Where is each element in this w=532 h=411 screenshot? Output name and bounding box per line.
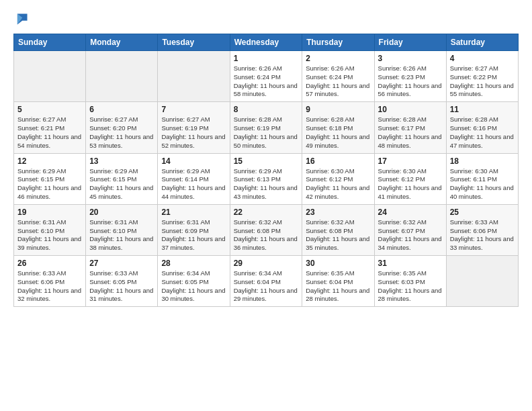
day-number: 19: [17, 208, 82, 217]
weekday-header: Sunday: [14, 34, 86, 51]
calendar-day-cell: 9Sunrise: 6:28 AMSunset: 6:18 PMDaylight…: [302, 102, 374, 153]
calendar-day-cell: 18Sunrise: 6:30 AMSunset: 6:11 PMDayligh…: [446, 153, 518, 204]
calendar-week-row: 12Sunrise: 6:29 AMSunset: 6:15 PMDayligh…: [14, 153, 519, 204]
day-number: 5: [17, 105, 82, 114]
day-number: 29: [234, 259, 299, 268]
day-info: Sunrise: 6:30 AMSunset: 6:11 PMDaylight:…: [450, 167, 515, 201]
calendar-day-cell: 19Sunrise: 6:31 AMSunset: 6:10 PMDayligh…: [14, 204, 86, 255]
calendar-day-cell: 25Sunrise: 6:33 AMSunset: 6:06 PMDayligh…: [446, 204, 518, 255]
day-number: 10: [378, 105, 443, 114]
day-info: Sunrise: 6:29 AMSunset: 6:13 PMDaylight:…: [234, 167, 299, 201]
day-number: 20: [89, 208, 154, 217]
day-info: Sunrise: 6:31 AMSunset: 6:09 PMDaylight:…: [161, 218, 226, 253]
day-info: Sunrise: 6:28 AMSunset: 6:19 PMDaylight:…: [234, 116, 299, 150]
day-number: 15: [234, 156, 299, 166]
calendar-day-cell: 20Sunrise: 6:31 AMSunset: 6:10 PMDayligh…: [86, 204, 158, 255]
day-info: Sunrise: 6:29 AMSunset: 6:15 PMDaylight:…: [17, 167, 82, 201]
day-info: Sunrise: 6:32 AMSunset: 6:08 PMDaylight:…: [234, 218, 299, 253]
day-info: Sunrise: 6:28 AMSunset: 6:16 PMDaylight:…: [450, 116, 515, 150]
day-info: Sunrise: 6:30 AMSunset: 6:12 PMDaylight:…: [306, 167, 370, 201]
day-info: Sunrise: 6:29 AMSunset: 6:14 PMDaylight:…: [161, 167, 226, 201]
weekday-header: Saturday: [446, 34, 518, 51]
day-number: 23: [306, 208, 370, 217]
logo-icon: [13, 11, 28, 26]
calendar-day-cell: 23Sunrise: 6:32 AMSunset: 6:08 PMDayligh…: [302, 204, 374, 255]
day-number: 17: [378, 156, 443, 166]
calendar-day-cell: 13Sunrise: 6:29 AMSunset: 6:15 PMDayligh…: [86, 153, 158, 204]
day-number: 7: [161, 105, 226, 114]
calendar-day-cell: 29Sunrise: 6:34 AMSunset: 6:04 PMDayligh…: [230, 256, 302, 307]
day-info: Sunrise: 6:26 AMSunset: 6:23 PMDaylight:…: [378, 64, 443, 99]
calendar-day-cell: 24Sunrise: 6:32 AMSunset: 6:07 PMDayligh…: [374, 204, 446, 255]
calendar-day-cell: 14Sunrise: 6:29 AMSunset: 6:14 PMDayligh…: [158, 153, 230, 204]
day-info: Sunrise: 6:33 AMSunset: 6:06 PMDaylight:…: [450, 218, 515, 253]
day-info: Sunrise: 6:31 AMSunset: 6:10 PMDaylight:…: [17, 218, 82, 253]
calendar-week-row: 26Sunrise: 6:33 AMSunset: 6:06 PMDayligh…: [14, 256, 519, 307]
calendar-day-cell: 31Sunrise: 6:35 AMSunset: 6:03 PMDayligh…: [374, 256, 446, 307]
weekday-header: Wednesday: [230, 34, 302, 51]
calendar-day-cell: 8Sunrise: 6:28 AMSunset: 6:19 PMDaylight…: [230, 102, 302, 153]
calendar-day-cell: 30Sunrise: 6:35 AMSunset: 6:04 PMDayligh…: [302, 256, 374, 307]
day-info: Sunrise: 6:27 AMSunset: 6:20 PMDaylight:…: [89, 116, 154, 150]
calendar-day-cell: 27Sunrise: 6:33 AMSunset: 6:05 PMDayligh…: [86, 256, 158, 307]
day-number: 30: [306, 259, 370, 268]
day-info: Sunrise: 6:26 AMSunset: 6:24 PMDaylight:…: [234, 64, 299, 99]
day-number: 31: [378, 259, 443, 268]
weekday-header: Tuesday: [158, 34, 230, 51]
calendar-day-cell: 17Sunrise: 6:30 AMSunset: 6:12 PMDayligh…: [374, 153, 446, 204]
day-info: Sunrise: 6:33 AMSunset: 6:06 PMDaylight:…: [17, 269, 82, 304]
day-number: 24: [378, 208, 443, 217]
day-info: Sunrise: 6:34 AMSunset: 6:05 PMDaylight:…: [161, 269, 226, 304]
calendar-week-row: 1Sunrise: 6:26 AMSunset: 6:24 PMDaylight…: [14, 51, 519, 102]
calendar-day-cell: 16Sunrise: 6:30 AMSunset: 6:12 PMDayligh…: [302, 153, 374, 204]
day-number: 14: [161, 156, 226, 166]
day-number: 25: [450, 208, 515, 217]
day-info: Sunrise: 6:27 AMSunset: 6:19 PMDaylight:…: [161, 116, 226, 150]
day-number: 12: [17, 156, 82, 166]
day-info: Sunrise: 6:27 AMSunset: 6:22 PMDaylight:…: [450, 64, 515, 99]
day-info: Sunrise: 6:27 AMSunset: 6:21 PMDaylight:…: [17, 116, 82, 150]
calendar-day-cell: 10Sunrise: 6:28 AMSunset: 6:17 PMDayligh…: [374, 102, 446, 153]
calendar-day-cell: 2Sunrise: 6:26 AMSunset: 6:24 PMDaylight…: [302, 51, 374, 102]
day-number: 9: [306, 105, 370, 114]
day-info: Sunrise: 6:32 AMSunset: 6:08 PMDaylight:…: [306, 218, 370, 253]
calendar-week-row: 5Sunrise: 6:27 AMSunset: 6:21 PMDaylight…: [14, 102, 519, 153]
calendar-day-cell: [446, 256, 518, 307]
day-info: Sunrise: 6:30 AMSunset: 6:12 PMDaylight:…: [378, 167, 443, 201]
day-info: Sunrise: 6:33 AMSunset: 6:05 PMDaylight:…: [89, 269, 154, 304]
calendar-day-cell: 28Sunrise: 6:34 AMSunset: 6:05 PMDayligh…: [158, 256, 230, 307]
day-info: Sunrise: 6:28 AMSunset: 6:17 PMDaylight:…: [378, 116, 443, 150]
calendar-day-cell: 21Sunrise: 6:31 AMSunset: 6:09 PMDayligh…: [158, 204, 230, 255]
calendar-day-cell: 22Sunrise: 6:32 AMSunset: 6:08 PMDayligh…: [230, 204, 302, 255]
day-number: 27: [89, 259, 154, 268]
day-info: Sunrise: 6:32 AMSunset: 6:07 PMDaylight:…: [378, 218, 443, 253]
day-number: 28: [161, 259, 226, 268]
header: [13, 12, 519, 26]
day-number: 2: [306, 54, 370, 63]
day-info: Sunrise: 6:28 AMSunset: 6:18 PMDaylight:…: [306, 116, 370, 150]
calendar-day-cell: [14, 51, 86, 102]
calendar-day-cell: 26Sunrise: 6:33 AMSunset: 6:06 PMDayligh…: [14, 256, 86, 307]
day-info: Sunrise: 6:29 AMSunset: 6:15 PMDaylight:…: [89, 167, 154, 201]
calendar-day-cell: 11Sunrise: 6:28 AMSunset: 6:16 PMDayligh…: [446, 102, 518, 153]
calendar-day-cell: 5Sunrise: 6:27 AMSunset: 6:21 PMDaylight…: [14, 102, 86, 153]
calendar-day-cell: 3Sunrise: 6:26 AMSunset: 6:23 PMDaylight…: [374, 51, 446, 102]
day-number: 4: [450, 54, 515, 63]
calendar-week-row: 19Sunrise: 6:31 AMSunset: 6:10 PMDayligh…: [14, 204, 519, 255]
weekday-header: Thursday: [302, 34, 374, 51]
calendar-day-cell: 7Sunrise: 6:27 AMSunset: 6:19 PMDaylight…: [158, 102, 230, 153]
logo: [13, 12, 31, 26]
calendar-day-cell: 15Sunrise: 6:29 AMSunset: 6:13 PMDayligh…: [230, 153, 302, 204]
day-info: Sunrise: 6:35 AMSunset: 6:03 PMDaylight:…: [378, 269, 443, 304]
day-number: 26: [17, 259, 82, 268]
day-info: Sunrise: 6:35 AMSunset: 6:04 PMDaylight:…: [306, 269, 370, 304]
day-number: 6: [89, 105, 154, 114]
calendar-header-row: SundayMondayTuesdayWednesdayThursdayFrid…: [14, 34, 519, 51]
calendar-day-cell: [86, 51, 158, 102]
day-info: Sunrise: 6:26 AMSunset: 6:24 PMDaylight:…: [306, 64, 370, 99]
page-container: SundayMondayTuesdayWednesdayThursdayFrid…: [0, 0, 532, 314]
weekday-header: Monday: [86, 34, 158, 51]
day-number: 16: [306, 156, 370, 166]
day-number: 18: [450, 156, 515, 166]
calendar-day-cell: 1Sunrise: 6:26 AMSunset: 6:24 PMDaylight…: [230, 51, 302, 102]
